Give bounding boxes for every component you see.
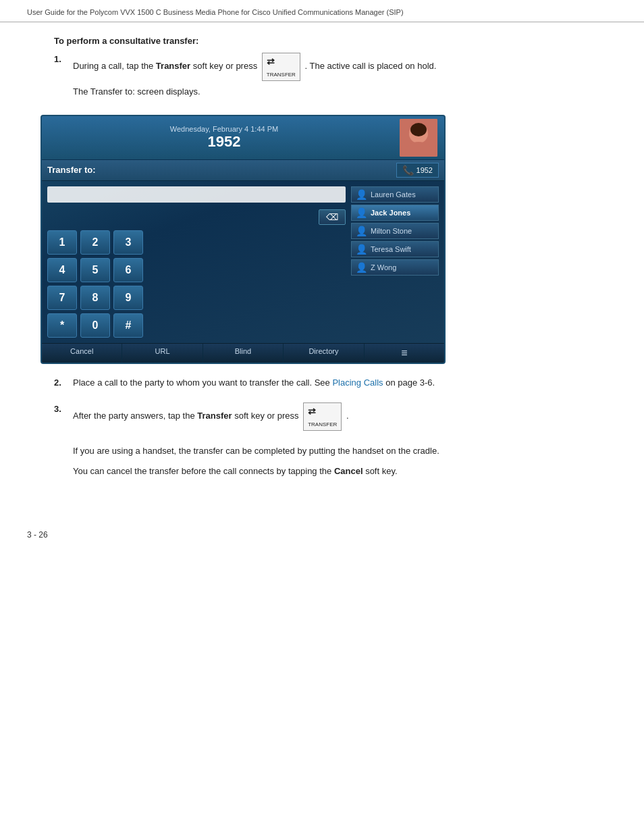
cancel-bold: Cancel <box>334 466 363 476</box>
step-3-bold: Transfer <box>197 411 232 421</box>
softkey-url[interactable]: URL <box>122 344 203 363</box>
key-1[interactable]: 1 <box>47 230 77 255</box>
key-9[interactable]: 9 <box>113 286 143 310</box>
svg-point-3 <box>410 123 427 136</box>
step-2-number: 2. <box>54 376 73 394</box>
transfer-to-label: Transfer to: <box>47 165 396 175</box>
step-3-number: 3. <box>54 402 73 435</box>
contact-name-lauren: Lauren Gates <box>371 190 416 199</box>
page-footer: 3 - 26 <box>0 525 644 545</box>
key-0[interactable]: 0 <box>80 313 110 338</box>
backspace-row: ⌫ <box>47 209 346 225</box>
phone-topbar: Wednesday, February 4 1:44 PM 1952 <box>42 116 444 160</box>
softkey-menu[interactable]: ≡ <box>365 344 444 363</box>
step-3-extra-2: You can cancel the transfer before the c… <box>73 465 590 478</box>
step-3-text: After the party answers, tap the Transfe… <box>73 402 590 431</box>
contact-icon-zwong: 👤 <box>356 262 367 273</box>
call-icon: 📞 <box>402 165 414 176</box>
phone-avatar <box>400 119 437 157</box>
softkey-blind[interactable]: Blind <box>203 344 284 363</box>
key-2[interactable]: 2 <box>80 230 110 255</box>
menu-icon: ≡ <box>401 347 407 359</box>
contact-jack-jones[interactable]: 👤 Jack Jones <box>351 205 439 221</box>
backspace-button[interactable]: ⌫ <box>319 209 346 225</box>
key-5[interactable]: 5 <box>80 258 110 282</box>
step-3-text-b: soft key or press <box>234 411 301 421</box>
page-content: To perform a consultative transfer: 1. D… <box>0 22 644 511</box>
backspace-symbol: ⌫ <box>326 212 338 222</box>
contact-teresa-swift[interactable]: 👤 Teresa Swift <box>351 241 439 257</box>
page-header: User Guide for the Polycom VVX 1500 C Bu… <box>0 0 644 22</box>
active-call-badge: 📞 1952 <box>396 163 439 178</box>
keypad-grid: 1 2 3 4 5 6 7 8 9 * 0 # <box>47 230 346 338</box>
transfer-bar: Transfer to: 📞 1952 <box>42 160 444 181</box>
phone-datetime: Wednesday, February 4 1:44 PM <box>170 125 278 133</box>
step-2-text: Place a call to the party to whom you wa… <box>73 376 590 390</box>
step-1-number: 1. <box>54 53 73 103</box>
contacts-panel: 👤 Lauren Gates 👤 Jack Jones 👤 Milton Sto… <box>351 186 439 338</box>
avatar-image <box>400 119 437 157</box>
step-1-extra: The Transfer to: screen displays. <box>73 85 590 99</box>
transfer-icon-label-2: TRANSFER <box>308 421 337 427</box>
step-2-after-link: on page 3-6. <box>385 377 435 388</box>
contact-name-milton: Milton Stone <box>371 227 412 235</box>
phone-screen-wrapper: Wednesday, February 4 1:44 PM 1952 Trans… <box>41 115 473 364</box>
step-1-bold: Transfer <box>156 61 190 71</box>
step-2-text-a: Place a call to the party to whom you wa… <box>73 377 332 388</box>
step-1: 1. During a call, tap the Transfer soft … <box>54 53 590 103</box>
step-3-text-a: After the party answers, tap the <box>73 411 197 421</box>
key-pound[interactable]: # <box>113 313 143 338</box>
key-6[interactable]: 6 <box>113 258 143 282</box>
step-1-text-a: During a call, tap the <box>73 61 156 71</box>
step-3: 3. After the party answers, tap the Tran… <box>54 402 590 435</box>
page-number: 3 - 26 <box>27 530 48 540</box>
contact-icon-lauren: 👤 <box>356 189 367 200</box>
step-1-text-b: soft key or press <box>193 61 260 71</box>
key-4[interactable]: 4 <box>47 258 77 282</box>
step-2-content: Place a call to the party to whom you wa… <box>73 376 590 394</box>
contact-name-jack: Jack Jones <box>371 209 410 217</box>
step-1-text: During a call, tap the Transfer soft key… <box>73 53 590 81</box>
contact-milton-stone[interactable]: 👤 Milton Stone <box>351 223 439 239</box>
step-2: 2. Place a call to the party to whom you… <box>54 376 590 394</box>
active-ext-number: 1952 <box>417 166 433 174</box>
key-3[interactable]: 3 <box>113 230 143 255</box>
phone-body: ⌫ 1 2 3 4 5 6 7 8 9 * <box>42 181 444 343</box>
phone-extension: 1952 <box>208 133 241 151</box>
step-1-after-icon: . The active call is placed on hold. <box>305 61 437 71</box>
dial-input[interactable] <box>47 186 346 203</box>
step-3-content: After the party answers, tap the Transfe… <box>73 402 590 435</box>
header-text: User Guide for the Polycom VVX 1500 C Bu… <box>27 8 404 16</box>
contact-icon-jack: 👤 <box>356 207 367 218</box>
transfer-icon-label: TRANSFER <box>267 72 296 78</box>
placing-calls-link[interactable]: Placing Calls <box>332 377 383 388</box>
step-3-period: . <box>346 411 349 421</box>
section-heading: To perform a consultative transfer: <box>54 36 590 46</box>
contact-lauren-gates[interactable]: 👤 Lauren Gates <box>351 186 439 203</box>
key-8[interactable]: 8 <box>80 286 110 310</box>
transfer-button-icon-2: ⇄ TRANSFER <box>303 402 342 431</box>
contact-name-teresa: Teresa Swift <box>371 245 411 253</box>
key-7[interactable]: 7 <box>47 286 77 310</box>
contact-icon-teresa: 👤 <box>356 244 367 255</box>
step-1-content: During a call, tap the Transfer soft key… <box>73 53 590 103</box>
contact-z-wong[interactable]: 👤 Z Wong <box>351 259 439 276</box>
softkey-cancel[interactable]: Cancel <box>42 344 122 363</box>
contact-name-zwong: Z Wong <box>371 263 396 271</box>
transfer-button-icon: ⇄ TRANSFER <box>262 53 300 81</box>
transfer-arrow-symbol-2: ⇄ <box>308 406 316 417</box>
contact-icon-milton: 👤 <box>356 226 367 236</box>
softkey-bar: Cancel URL Blind Directory ≡ <box>42 343 444 363</box>
transfer-arrow-symbol: ⇄ <box>267 56 275 67</box>
phone-screen: Wednesday, February 4 1:44 PM 1952 Trans… <box>41 115 446 364</box>
keypad-area: ⌫ 1 2 3 4 5 6 7 8 9 * <box>47 186 346 338</box>
step-3-extra-1: If you are using a handset, the transfer… <box>73 444 590 458</box>
key-star[interactable]: * <box>47 313 77 338</box>
softkey-directory[interactable]: Directory <box>284 344 364 363</box>
